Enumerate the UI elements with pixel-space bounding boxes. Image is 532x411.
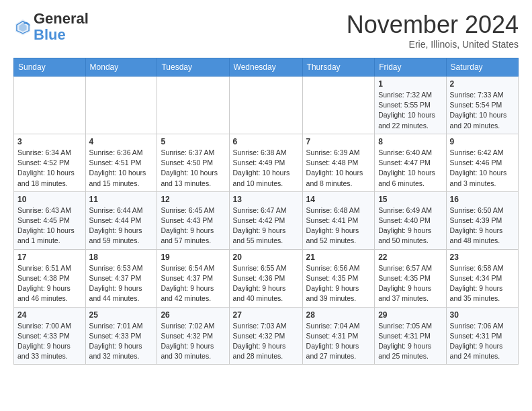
month-title: November 2024 — [347, 11, 519, 39]
day-info: Sunrise: 7:06 AM Sunset: 4:31 PM Dayligh… — [450, 321, 515, 362]
table-row: 14Sunrise: 6:48 AM Sunset: 4:41 PM Dayli… — [302, 191, 375, 249]
day-number: 22 — [378, 253, 442, 262]
day-info: Sunrise: 7:33 AM Sunset: 5:54 PM Dayligh… — [450, 90, 515, 131]
day-info: Sunrise: 7:00 AM Sunset: 4:33 PM Dayligh… — [17, 321, 82, 362]
location: Erie, Illinois, United States — [347, 39, 519, 50]
col-sunday: Sunday — [14, 58, 86, 77]
day-number: 6 — [233, 137, 299, 146]
day-number: 16 — [450, 195, 515, 204]
table-row: 1Sunrise: 7:32 AM Sunset: 5:55 PM Daylig… — [375, 77, 446, 134]
day-info: Sunrise: 6:54 AM Sunset: 4:37 PM Dayligh… — [161, 263, 225, 304]
table-row: 24Sunrise: 7:00 AM Sunset: 4:33 PM Dayli… — [14, 307, 86, 365]
header: General Blue November 2024 Erie, Illinoi… — [13, 11, 519, 50]
table-row — [229, 77, 302, 134]
calendar-table: Sunday Monday Tuesday Wednesday Thursday… — [13, 58, 519, 365]
table-row: 22Sunrise: 6:57 AM Sunset: 4:35 PM Dayli… — [375, 249, 446, 307]
day-info: Sunrise: 7:32 AM Sunset: 5:55 PM Dayligh… — [378, 90, 442, 131]
table-row: 7Sunrise: 6:39 AM Sunset: 4:48 PM Daylig… — [302, 134, 375, 191]
logo-general-text: General — [34, 10, 89, 27]
day-info: Sunrise: 6:57 AM Sunset: 4:35 PM Dayligh… — [378, 263, 442, 304]
day-number: 3 — [17, 137, 82, 146]
table-row: 15Sunrise: 6:49 AM Sunset: 4:40 PM Dayli… — [375, 191, 446, 249]
table-row — [302, 77, 375, 134]
day-number: 21 — [306, 253, 371, 262]
table-row: 11Sunrise: 6:44 AM Sunset: 4:44 PM Dayli… — [85, 191, 157, 249]
day-info: Sunrise: 6:45 AM Sunset: 4:43 PM Dayligh… — [161, 205, 225, 246]
day-number: 9 — [450, 137, 515, 146]
day-number: 12 — [161, 195, 225, 204]
day-info: Sunrise: 6:40 AM Sunset: 4:47 PM Dayligh… — [378, 148, 442, 189]
table-row: 18Sunrise: 6:53 AM Sunset: 4:37 PM Dayli… — [85, 249, 157, 307]
logo: General Blue — [13, 11, 89, 43]
day-number: 26 — [161, 310, 225, 320]
calendar-week-row: 24Sunrise: 7:00 AM Sunset: 4:33 PM Dayli… — [14, 307, 519, 365]
table-row: 6Sunrise: 6:38 AM Sunset: 4:49 PM Daylig… — [229, 134, 302, 191]
table-row: 20Sunrise: 6:55 AM Sunset: 4:36 PM Dayli… — [229, 249, 302, 307]
day-number: 10 — [17, 195, 82, 204]
day-info: Sunrise: 6:39 AM Sunset: 4:48 PM Dayligh… — [306, 148, 371, 189]
day-number: 27 — [233, 310, 299, 320]
table-row: 2Sunrise: 7:33 AM Sunset: 5:54 PM Daylig… — [446, 77, 518, 134]
day-number: 28 — [306, 310, 371, 320]
day-number: 23 — [450, 253, 515, 262]
table-row: 16Sunrise: 6:50 AM Sunset: 4:39 PM Dayli… — [446, 191, 518, 249]
table-row — [14, 77, 86, 134]
day-info: Sunrise: 6:43 AM Sunset: 4:45 PM Dayligh… — [17, 205, 82, 246]
day-info: Sunrise: 6:38 AM Sunset: 4:49 PM Dayligh… — [233, 148, 299, 189]
day-info: Sunrise: 6:49 AM Sunset: 4:40 PM Dayligh… — [378, 205, 442, 246]
day-info: Sunrise: 6:37 AM Sunset: 4:50 PM Dayligh… — [161, 148, 225, 189]
table-row: 13Sunrise: 6:47 AM Sunset: 4:42 PM Dayli… — [229, 191, 302, 249]
table-row: 19Sunrise: 6:54 AM Sunset: 4:37 PM Dayli… — [157, 249, 229, 307]
day-number: 20 — [233, 253, 299, 262]
day-info: Sunrise: 6:50 AM Sunset: 4:39 PM Dayligh… — [450, 205, 515, 246]
calendar-week-row: 1Sunrise: 7:32 AM Sunset: 5:55 PM Daylig… — [14, 77, 519, 134]
day-number: 5 — [161, 137, 225, 146]
logo-icon — [13, 17, 32, 36]
day-number: 18 — [89, 253, 154, 262]
day-number: 11 — [89, 195, 154, 204]
calendar-week-row: 3Sunrise: 6:34 AM Sunset: 4:52 PM Daylig… — [14, 134, 519, 191]
table-row: 10Sunrise: 6:43 AM Sunset: 4:45 PM Dayli… — [14, 191, 86, 249]
day-number: 19 — [161, 253, 225, 262]
table-row: 3Sunrise: 6:34 AM Sunset: 4:52 PM Daylig… — [14, 134, 86, 191]
col-monday: Monday — [85, 58, 157, 77]
day-info: Sunrise: 6:42 AM Sunset: 4:46 PM Dayligh… — [450, 148, 515, 189]
table-row: 29Sunrise: 7:05 AM Sunset: 4:31 PM Dayli… — [375, 307, 446, 365]
day-info: Sunrise: 7:05 AM Sunset: 4:31 PM Dayligh… — [378, 321, 442, 362]
day-info: Sunrise: 7:01 AM Sunset: 4:33 PM Dayligh… — [89, 321, 154, 362]
day-number: 17 — [17, 253, 82, 262]
day-info: Sunrise: 6:44 AM Sunset: 4:44 PM Dayligh… — [89, 205, 154, 246]
table-row: 21Sunrise: 6:56 AM Sunset: 4:35 PM Dayli… — [302, 249, 375, 307]
col-thursday: Thursday — [302, 58, 375, 77]
day-number: 24 — [17, 310, 82, 320]
calendar-week-row: 10Sunrise: 6:43 AM Sunset: 4:45 PM Dayli… — [14, 191, 519, 249]
day-number: 30 — [450, 310, 515, 320]
calendar-header-row: Sunday Monday Tuesday Wednesday Thursday… — [14, 58, 519, 77]
table-row: 28Sunrise: 7:04 AM Sunset: 4:31 PM Dayli… — [302, 307, 375, 365]
day-info: Sunrise: 6:53 AM Sunset: 4:37 PM Dayligh… — [89, 263, 154, 304]
day-info: Sunrise: 6:34 AM Sunset: 4:52 PM Dayligh… — [17, 148, 82, 189]
day-number: 25 — [89, 310, 154, 320]
table-row: 30Sunrise: 7:06 AM Sunset: 4:31 PM Dayli… — [446, 307, 518, 365]
day-number: 15 — [378, 195, 442, 204]
table-row: 23Sunrise: 6:58 AM Sunset: 4:34 PM Dayli… — [446, 249, 518, 307]
title-block: November 2024 Erie, Illinois, United Sta… — [347, 11, 519, 50]
calendar-week-row: 17Sunrise: 6:51 AM Sunset: 4:38 PM Dayli… — [14, 249, 519, 307]
day-info: Sunrise: 6:36 AM Sunset: 4:51 PM Dayligh… — [89, 148, 154, 189]
day-info: Sunrise: 6:51 AM Sunset: 4:38 PM Dayligh… — [17, 263, 82, 304]
day-number: 2 — [450, 79, 515, 89]
day-number: 7 — [306, 137, 371, 146]
day-info: Sunrise: 6:47 AM Sunset: 4:42 PM Dayligh… — [233, 205, 299, 246]
day-info: Sunrise: 7:04 AM Sunset: 4:31 PM Dayligh… — [306, 321, 371, 362]
table-row: 9Sunrise: 6:42 AM Sunset: 4:46 PM Daylig… — [446, 134, 518, 191]
table-row: 27Sunrise: 7:03 AM Sunset: 4:32 PM Dayli… — [229, 307, 302, 365]
day-number: 8 — [378, 137, 442, 146]
day-info: Sunrise: 6:48 AM Sunset: 4:41 PM Dayligh… — [306, 205, 371, 246]
day-number: 13 — [233, 195, 299, 204]
day-number: 29 — [378, 310, 442, 320]
table-row: 12Sunrise: 6:45 AM Sunset: 4:43 PM Dayli… — [157, 191, 229, 249]
page: General Blue November 2024 Erie, Illinoi… — [0, 0, 532, 375]
col-tuesday: Tuesday — [157, 58, 229, 77]
logo-blue-text: Blue — [34, 26, 66, 43]
day-number: 4 — [89, 137, 154, 146]
